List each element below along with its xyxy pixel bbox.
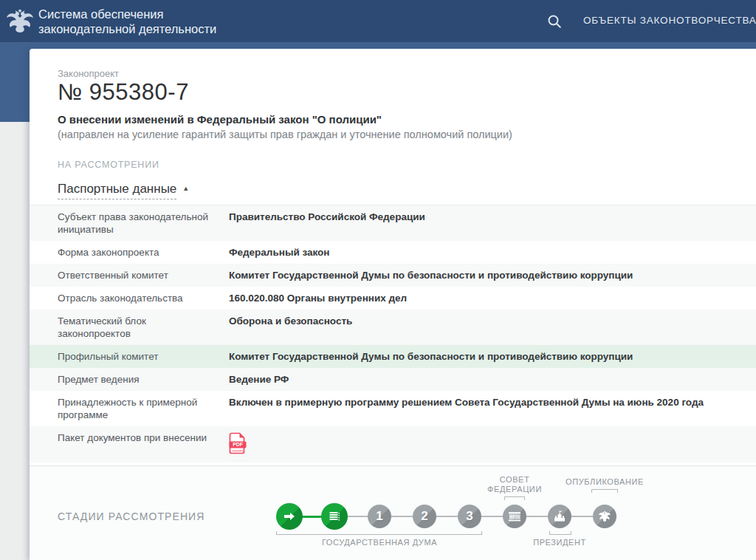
bracket-president bbox=[549, 531, 571, 535]
bracket-publication bbox=[591, 489, 618, 493]
passport-section-toggle[interactable]: Паспортные данные ▲ bbox=[58, 182, 189, 199]
bill-title: О внесении изменений в Федеральный закон… bbox=[58, 113, 382, 126]
top-bar: Система обеспечения законодательной деят… bbox=[0, 0, 756, 42]
arrow-icon bbox=[283, 510, 296, 523]
bill-number: № 955380-7 bbox=[58, 79, 189, 106]
bill-subtitle: (направлен на усиление гарантий защиты п… bbox=[58, 129, 512, 140]
passport-row-label: Субъект права законодательной инициативы bbox=[30, 205, 229, 241]
passport-table: Субъект права законодательной инициативы… bbox=[30, 205, 756, 462]
passport-row-label: Предмет ведения bbox=[30, 368, 229, 391]
stages-title: СТАДИИ РАССМОТРЕНИЯ bbox=[58, 511, 205, 522]
passport-row-value: Правительство Российской Федерации bbox=[229, 205, 756, 241]
kremlin-icon bbox=[553, 510, 566, 523]
double-eagle-icon bbox=[5, 7, 35, 36]
stage-publication[interactable] bbox=[593, 505, 616, 528]
stage-third-reading[interactable]: 3 bbox=[458, 505, 481, 528]
stage-number: 3 bbox=[466, 509, 472, 524]
coat-of-arms-logo[interactable] bbox=[4, 5, 35, 38]
passport-row: Форма законопроектаФедеральный закон bbox=[30, 241, 756, 264]
passport-row: Принадлежность к примерной программеВклю… bbox=[30, 391, 756, 426]
passport-row-label: Ответственный комитет bbox=[30, 264, 229, 287]
passport-row: Пакет документов при внесенииPDF bbox=[30, 426, 756, 462]
bill-kind-label: Законопроект bbox=[58, 68, 119, 79]
passport-row-value: PDF bbox=[229, 426, 756, 462]
search-icon bbox=[546, 13, 563, 30]
passport-row-value: Оборона и безопасность bbox=[229, 310, 756, 345]
group-label-state-duma: ГОСУДАРСТВЕННАЯ ДУМА bbox=[291, 538, 468, 547]
eagle-emblem-icon bbox=[598, 511, 611, 522]
passport-row-value: 160.020.080 Органы внутренних дел bbox=[229, 287, 756, 310]
passport-row: Отрасль законодательства160.020.080 Орга… bbox=[30, 287, 756, 310]
stage-number: 2 bbox=[421, 509, 427, 524]
stage-president[interactable] bbox=[548, 505, 571, 528]
passport-row-value: Комитет Государственной Думы по безопасн… bbox=[229, 264, 756, 287]
passport-row-label: Форма законопроекта bbox=[30, 241, 229, 264]
group-label-president: ПРЕЗИДЕНТ bbox=[515, 538, 604, 547]
stage-federation-council[interactable] bbox=[503, 505, 526, 528]
passport-row: Тематический блок законопроектовОборона … bbox=[30, 310, 756, 345]
parliament-building-icon bbox=[508, 511, 521, 522]
group-label-publication: ОПУБЛИКОВАНИЕ bbox=[553, 477, 656, 487]
status-badge: НА РАССМОТРЕНИИ bbox=[58, 160, 159, 170]
chevron-up-icon: ▲ bbox=[182, 185, 189, 192]
passport-row: Профильный комитетКомитет Государственно… bbox=[30, 345, 756, 368]
pdf-document-icon[interactable]: PDF bbox=[229, 432, 247, 457]
bracket-state-duma bbox=[276, 531, 482, 535]
nav-objects-link[interactable]: ОБЪЕКТЫ ЗАКОНОТВОРЧЕСТВА bbox=[583, 15, 756, 26]
stage-first-reading[interactable]: 1 bbox=[368, 505, 391, 528]
passport-row-value: Федеральный закон bbox=[229, 241, 756, 264]
stage-number: 1 bbox=[376, 509, 382, 524]
passport-row: Предмет веденияВедение РФ bbox=[30, 368, 756, 391]
passport-row: Ответственный комитетКомитет Государстве… bbox=[30, 264, 756, 287]
svg-text:PDF: PDF bbox=[233, 442, 243, 447]
stage-submission[interactable] bbox=[276, 503, 303, 530]
search-button[interactable] bbox=[545, 12, 564, 31]
group-label-federation-council: СОВЕТ ФЕДЕРАЦИИ bbox=[481, 475, 548, 494]
passport-row-label: Принадлежность к примерной программе bbox=[30, 391, 229, 426]
app-title: Система обеспечения законодательной деят… bbox=[38, 7, 216, 36]
passport-row-value: Комитет Государственной Думы по безопасн… bbox=[229, 345, 756, 368]
document-icon bbox=[329, 511, 340, 522]
stage-preliminary-review[interactable] bbox=[321, 503, 348, 530]
stages-section: СТАДИИ РАССМОТРЕНИЯ 123 СОВЕТ ФЕДЕРАЦИИ … bbox=[30, 465, 756, 560]
bill-card: Законопроект № 955380-7 О внесении измен… bbox=[30, 49, 756, 560]
passport-row-value: Ведение РФ bbox=[229, 368, 756, 391]
passport-row-value: Включен в примерную программу решением С… bbox=[229, 391, 756, 426]
passport-row: Субъект права законодательной инициативы… bbox=[30, 205, 756, 241]
passport-section-title: Паспортные данные bbox=[58, 182, 176, 199]
passport-row-label: Профильный комитет bbox=[30, 345, 229, 368]
bracket-federation-council bbox=[504, 496, 525, 500]
stage-second-reading[interactable]: 2 bbox=[413, 505, 436, 528]
passport-row-label: Пакет документов при внесении bbox=[30, 426, 229, 462]
passport-row-label: Тематический блок законопроектов bbox=[30, 310, 229, 345]
passport-row-label: Отрасль законодательства bbox=[30, 287, 229, 310]
